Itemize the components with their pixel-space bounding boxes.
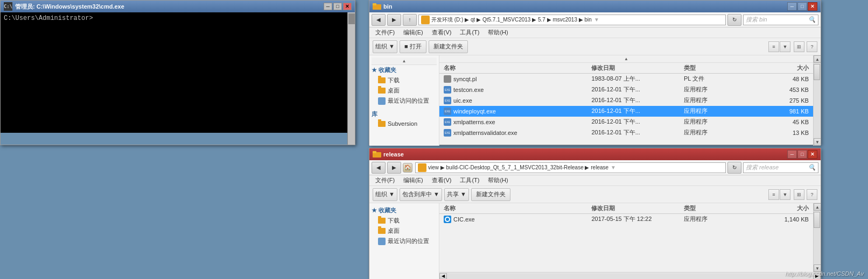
explorer1-menu-edit[interactable]: 编辑(E) <box>400 27 427 38</box>
explorer2-new-folder-btn[interactable]: 新建文件夹 <box>471 188 510 201</box>
explorer2-view-toggle-btn[interactable]: ▼ <box>780 189 790 200</box>
explorer1-details-btn[interactable]: ⊞ <box>794 41 804 52</box>
explorer2-sidebar-recent[interactable]: 最近访问的位置 <box>372 236 437 246</box>
explorer1-refresh-btn[interactable]: ↻ <box>727 14 741 26</box>
explorer2-scroll-track[interactable] <box>814 211 821 264</box>
explorer1-lib-header[interactable]: 库 <box>372 109 437 119</box>
explorer2-col-date[interactable]: 修改日期 <box>589 204 682 212</box>
explorer1-menu-help[interactable]: 帮助(H) <box>484 27 512 38</box>
cmd-window[interactable]: C:\ 管理员: C:\Windows\system32\cmd.exe ─ □… <box>0 0 355 145</box>
explorer1-col-size[interactable]: 大小 <box>755 64 811 72</box>
explorer2-menu-help[interactable]: 帮助(H) <box>484 175 512 185</box>
explorer2-close-btn[interactable]: ✕ <box>808 150 817 159</box>
explorer-window-2[interactable]: release ─ □ ✕ ◀ ▶ 🏠 view ▶ build-CIC-Des… <box>369 148 821 279</box>
explorer2-dropdown-arrow[interactable]: ▼ <box>611 164 616 170</box>
table-row[interactable]: windeployqt.exe 2016-12-01 下午... 应用程序 98… <box>439 106 813 117</box>
explorer1-title: bin <box>383 3 787 10</box>
explorer2-search-icon[interactable]: 🔍 <box>808 164 816 171</box>
explorer1-back-btn[interactable]: ◀ <box>372 14 386 26</box>
explorer2-hscroll-right-btn[interactable]: ▶ <box>813 273 821 280</box>
explorer1-scroll-thumb[interactable] <box>814 64 820 80</box>
explorer1-menu-tools[interactable]: 工具(T) <box>456 27 483 38</box>
explorer2-view-list-btn[interactable]: ≡ <box>768 189 779 200</box>
cmd-scrollbar[interactable] <box>347 12 355 145</box>
explorer2-forward-btn[interactable]: ▶ <box>387 162 401 174</box>
explorer2-back-btn[interactable]: ◀ <box>372 162 386 174</box>
explorer2-organize-btn[interactable]: 组织 ▼ <box>373 188 397 201</box>
explorer2-include-lib-btn[interactable]: 包含到库中 ▼ <box>400 188 442 201</box>
explorer1-address-path[interactable]: 开发环境 (D:) ▶ qt ▶ Qt5.7.1_MSVC2013 ▶ 5.7 … <box>418 15 726 25</box>
explorer1-favorites-header[interactable]: ★ 收藏夹 <box>372 65 437 75</box>
explorer1-sidebar-desktop[interactable]: 桌面 <box>372 85 437 96</box>
explorer1-up-btn[interactable]: ↑ <box>403 14 417 26</box>
explorer2-menu-file[interactable]: 文件(F) <box>372 175 398 185</box>
explorer2-minimize-btn[interactable]: ─ <box>787 150 797 159</box>
explorer1-dropdown-arrow[interactable]: ▼ <box>594 17 599 23</box>
explorer1-sidebar-recent[interactable]: 最近访问的位置 <box>372 96 437 106</box>
explorer2-favorites-header[interactable]: ★ 收藏夹 <box>372 205 437 216</box>
explorer1-search-box[interactable]: 搜索 bin 🔍 <box>743 15 818 25</box>
explorer2-address-path[interactable]: view ▶ build-CIC-Desktop_Qt_5_7_1_MSVC20… <box>415 162 726 173</box>
explorer1-close-btn[interactable]: ✕ <box>808 2 817 11</box>
explorer1-scroll-track[interactable] <box>814 63 821 138</box>
explorer1-col-name[interactable]: 名称 <box>442 64 589 72</box>
explorer2-scroll-down-btn[interactable]: ▼ <box>814 264 821 272</box>
explorer2-hscroll-track[interactable] <box>447 273 813 280</box>
explorer2-maximize-btn[interactable]: □ <box>797 150 807 159</box>
explorer2-search-placeholder: 搜索 release <box>746 163 779 171</box>
explorer1-search-icon[interactable]: 🔍 <box>808 16 816 23</box>
explorer2-scroll-thumb[interactable] <box>814 212 820 228</box>
explorer2-menu-view[interactable]: 查看(V) <box>428 175 456 185</box>
explorer1-file-name-2: uic.exe <box>453 97 472 104</box>
explorer2-vscrollbar[interactable]: ▲ ▼ <box>813 203 821 272</box>
explorer2-share-btn[interactable]: 共享 ▼ <box>444 188 469 201</box>
explorer1-sidebar-subversion[interactable]: Subversion <box>372 119 437 128</box>
explorer1-sidebar-scroll-up[interactable]: ▲ <box>372 58 437 65</box>
table-row[interactable]: testcon.exe 2016-12-01 下午... 应用程序 453 KB <box>439 84 813 95</box>
table-row[interactable]: CIC.exe 2017-05-15 下午 12:22 应用程序 1,140 K… <box>439 214 813 225</box>
cmd-scroll-thumb[interactable] <box>348 13 355 24</box>
explorer2-hscrollbar[interactable]: ◀ ▶ <box>439 272 821 279</box>
explorer1-scroll-down-btn[interactable]: ▼ <box>814 138 821 146</box>
explorer2-help-btn[interactable]: ? <box>807 189 817 200</box>
table-row[interactable]: uic.exe 2016-12-01 下午... 应用程序 275 KB <box>439 95 813 106</box>
explorer1-forward-btn[interactable]: ▶ <box>387 14 401 26</box>
explorer1-vscrollbar[interactable]: ▲ ▼ <box>813 55 821 146</box>
cmd-maximize-btn[interactable]: □ <box>333 3 342 10</box>
explorer2-menu-tools[interactable]: 工具(T) <box>456 175 483 185</box>
table-row[interactable]: xmlpatternsvalidator.exe 2016-12-01 下午..… <box>439 127 813 138</box>
explorer2-refresh-btn[interactable]: ↻ <box>727 162 741 174</box>
explorer1-minimize-btn[interactable]: ─ <box>787 2 797 11</box>
cmd-close-btn[interactable]: ✕ <box>343 3 352 10</box>
cmd-minimize-btn[interactable]: ─ <box>324 3 332 10</box>
explorer2-details-btn[interactable]: ⊞ <box>794 189 804 200</box>
explorer2-col-name[interactable]: 名称 <box>442 204 589 212</box>
table-row[interactable]: syncqt.pl 1983-08-07 上午... PL 文件 48 KB <box>439 74 813 84</box>
explorer1-sidebar-downloads[interactable]: 下载 <box>372 75 437 85</box>
explorer1-col-type[interactable]: 类型 <box>682 64 755 72</box>
explorer2-menu-edit[interactable]: 编辑(E) <box>400 175 427 185</box>
explorer1-file-scroll-up[interactable]: ▲ <box>439 55 813 63</box>
explorer2-col-size[interactable]: 大小 <box>755 204 811 212</box>
explorer1-maximize-btn[interactable]: □ <box>797 2 807 11</box>
explorer1-open-btn[interactable]: ■ 打开 <box>400 40 426 53</box>
explorer1-help-btn[interactable]: ? <box>807 41 817 52</box>
explorer2-hscroll-left-btn[interactable]: ◀ <box>439 273 447 280</box>
explorer1-menu-file[interactable]: 文件(F) <box>372 27 398 38</box>
explorer2-sidebar-downloads[interactable]: 下载 <box>372 216 437 226</box>
explorer2-search-box[interactable]: 搜索 release 🔍 <box>743 162 818 173</box>
explorer1-col-date[interactable]: 修改日期 <box>589 64 682 72</box>
explorer-window-1[interactable]: bin ─ □ ✕ ◀ ▶ ↑ 开发环境 (D:) ▶ qt ▶ Qt5.7.1… <box>369 0 821 145</box>
explorer1-scroll-up-btn[interactable]: ▲ <box>814 55 821 63</box>
explorer1-new-folder-btn[interactable]: 新建文件夹 <box>429 40 468 53</box>
explorer1-view-list-btn[interactable]: ≡ <box>768 41 779 52</box>
explorer2-sidebar-desktop[interactable]: 桌面 <box>372 226 437 236</box>
table-row[interactable]: xmlpatterns.exe 2016-12-01 下午... 应用程序 45… <box>439 117 813 127</box>
explorer2-scroll-up-btn[interactable]: ▲ <box>814 203 821 211</box>
explorer1-menu-view[interactable]: 查看(V) <box>428 27 456 38</box>
explorer1-file-type-4: 应用程序 <box>682 118 755 126</box>
explorer2-home-btn[interactable]: 🏠 <box>403 163 412 173</box>
explorer1-organize-btn[interactable]: 组织 ▼ <box>373 40 397 53</box>
explorer2-col-type[interactable]: 类型 <box>682 204 755 212</box>
explorer1-view-toggle-btn[interactable]: ▼ <box>780 41 790 52</box>
